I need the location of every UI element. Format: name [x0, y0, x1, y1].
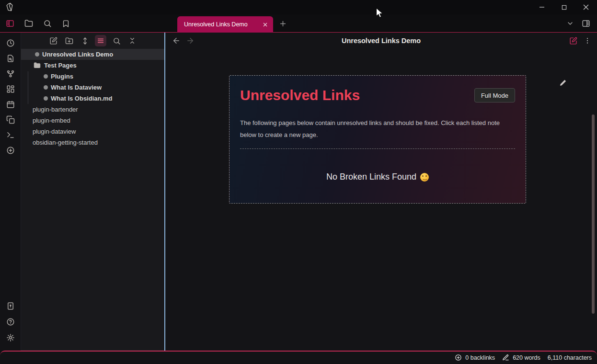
- tree-item-plugin-dataview[interactable]: plugin-dataview: [21, 126, 164, 137]
- folder-icon[interactable]: [24, 19, 33, 28]
- collapse-all-icon[interactable]: [126, 35, 138, 46]
- copy-icon[interactable]: [6, 115, 15, 124]
- tree-item-label: plugin-bartender: [33, 106, 78, 113]
- panel-right-toggle-icon[interactable]: [582, 19, 590, 28]
- pen-line-icon: [502, 354, 509, 361]
- tree-item-label: Unresolved Links Demo: [42, 51, 113, 58]
- back-arrow-icon[interactable]: [172, 36, 181, 45]
- forward-arrow-icon[interactable]: [186, 36, 195, 45]
- vault-switcher-icon[interactable]: [6, 302, 15, 310]
- card-heading: Unresolved Links: [240, 87, 360, 103]
- tree-item-label: obsidian-getting-started: [33, 139, 98, 146]
- tree-item-label: What Is Dataview: [51, 84, 102, 91]
- indent-guide: [28, 71, 28, 104]
- file-explorer-pane: Unresolved Links Demo Test Pages Plugins…: [21, 33, 164, 351]
- hover-edit-pencil-icon[interactable]: [559, 79, 567, 87]
- empty-state-text: No Broken Links Found: [326, 172, 416, 182]
- page-bullet-icon: [44, 85, 48, 90]
- backlinks-count: 0 backlinks: [465, 354, 495, 361]
- left-ribbon: [0, 33, 21, 351]
- tree-item-plugins[interactable]: Plugins: [21, 71, 164, 82]
- tree-item-plugin-embed[interactable]: plugin-embed: [21, 115, 164, 126]
- character-count-status: 6,110 characters: [548, 354, 592, 361]
- plus-circle-icon[interactable]: [6, 146, 15, 155]
- help-icon[interactable]: [6, 318, 15, 326]
- list-view-icon[interactable]: [95, 35, 106, 46]
- card-description: The following pages below contain unreso…: [240, 117, 515, 141]
- explorer-toolbar: [21, 33, 164, 49]
- terminal-icon[interactable]: [6, 131, 15, 139]
- more-options-icon[interactable]: [584, 37, 591, 45]
- maximize-button[interactable]: [553, 0, 575, 14]
- file-tree: Unresolved Links Demo Test Pages Plugins…: [21, 49, 164, 148]
- tab-label: Unresolved Links Demo: [184, 21, 258, 28]
- page-bullet-icon: [35, 52, 39, 57]
- circle-plus-icon: [455, 354, 462, 361]
- dashed-separator: [240, 148, 515, 149]
- tab-close-icon[interactable]: [262, 22, 268, 28]
- obsidian-logo-icon: [5, 2, 14, 12]
- full-mode-button[interactable]: Full Mode: [474, 88, 515, 102]
- tree-item-what-is-dataview[interactable]: What Is Dataview: [21, 82, 164, 93]
- tab-unresolved-links-demo[interactable]: Unresolved Links Demo: [177, 16, 273, 33]
- word-count: 620 words: [513, 354, 540, 361]
- character-count: 6,110 characters: [548, 354, 592, 361]
- word-count-status: 620 words: [502, 354, 540, 361]
- tree-item-plugin-bartender[interactable]: plugin-bartender: [21, 104, 164, 115]
- new-tab-button[interactable]: [277, 14, 288, 33]
- chevron-down-icon[interactable]: [566, 20, 574, 27]
- titlebar: [0, 0, 597, 14]
- graph-icon[interactable]: [6, 69, 15, 78]
- bookmark-icon[interactable]: [62, 20, 70, 28]
- search-icon[interactable]: [43, 19, 52, 28]
- smile-emoji-icon: [420, 173, 429, 182]
- view-header: Unresolved Links Demo: [165, 33, 597, 49]
- layout-dashboard-icon[interactable]: [6, 85, 15, 93]
- backlinks-status[interactable]: 0 backlinks: [455, 354, 495, 361]
- tree-item-label: plugin-embed: [33, 117, 70, 124]
- minimize-button[interactable]: [531, 0, 553, 14]
- tree-item-what-is-obsidian[interactable]: What Is Obsidian.md: [21, 93, 164, 104]
- tree-item-unresolved-links-demo[interactable]: Unresolved Links Demo: [21, 49, 164, 60]
- tree-item-label: plugin-dataview: [33, 128, 76, 135]
- tabbar-right-actions: [566, 14, 590, 33]
- tabbar-left-actions: [6, 14, 70, 33]
- empty-state-message: No Broken Links Found: [240, 172, 515, 182]
- calendar-icon[interactable]: [6, 100, 15, 109]
- tree-item-label: What Is Obsidian.md: [51, 95, 113, 102]
- mouse-cursor: [376, 8, 384, 19]
- unresolved-links-card: Unresolved Links Full Mode The following…: [229, 75, 526, 204]
- tree-folder-test-pages[interactable]: Test Pages: [21, 60, 164, 71]
- folder-icon: [34, 62, 41, 69]
- vertical-scrollbar[interactable]: [592, 114, 595, 314]
- new-note-icon[interactable]: [47, 35, 59, 46]
- clock-icon[interactable]: [6, 39, 15, 47]
- page-bullet-icon: [44, 96, 48, 101]
- close-button[interactable]: [575, 0, 597, 14]
- sort-order-icon[interactable]: [79, 35, 91, 46]
- settings-gear-icon[interactable]: [6, 333, 15, 342]
- obsidian-window: Unresolved Links Demo: [0, 0, 597, 364]
- tab-bar: Unresolved Links Demo: [0, 14, 597, 33]
- explorer-search-icon[interactable]: [111, 35, 122, 46]
- status-bar: 0 backlinks 620 words 6,110 characters: [0, 351, 597, 364]
- page-bullet-icon: [44, 74, 48, 79]
- panel-left-toggle-icon[interactable]: [6, 19, 14, 28]
- new-folder-icon[interactable]: [63, 35, 75, 46]
- window-controls: [531, 0, 597, 14]
- tree-item-label: Test Pages: [44, 62, 77, 69]
- tree-item-obsidian-getting-started[interactable]: obsidian-getting-started: [21, 137, 164, 148]
- editor-pane: Unresolved Links Demo Unresolved Links F…: [165, 33, 597, 351]
- edit-note-icon[interactable]: [569, 37, 577, 45]
- note-title: Unresolved Links Demo: [165, 33, 597, 49]
- tree-item-label: Plugins: [51, 73, 73, 80]
- file-search-icon[interactable]: [6, 54, 15, 63]
